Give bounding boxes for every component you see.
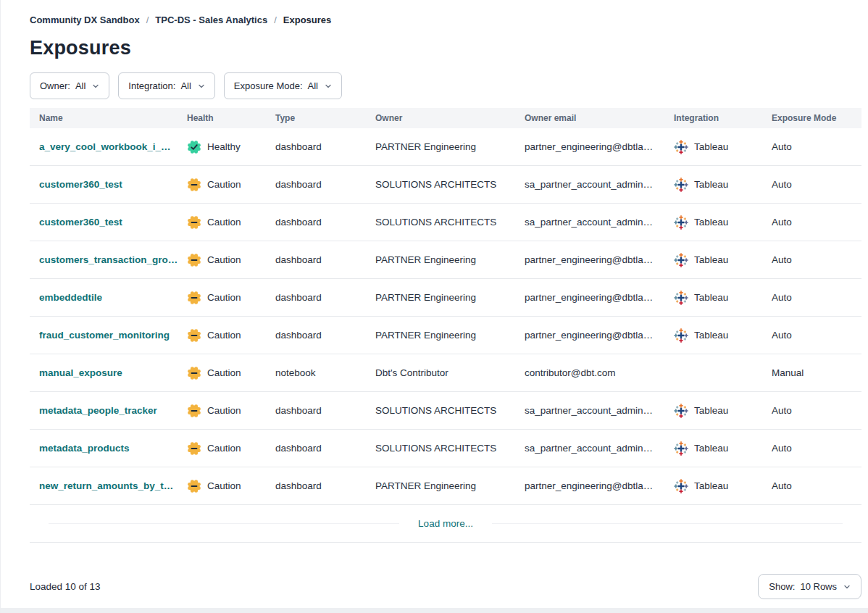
column-header-owner-email: Owner email [515,113,664,123]
tableau-logo-icon [674,479,688,493]
integration-cell: Tableau [664,404,762,418]
exposures-table: Name Health Type Owner Owner email Integ… [30,108,861,543]
exposure-name-cell: customer360_test [30,179,178,190]
integration-label: Tableau [694,405,728,416]
breadcrumb-item-exposures[interactable]: Exposures [283,14,331,25]
breadcrumb-item-project[interactable]: TPC-DS - Sales Analytics [155,14,267,25]
column-header-exposure-mode: Exposure Mode [762,113,861,123]
table-row: customer360_test Caution dashboard SOLUT… [30,166,861,204]
load-more-link[interactable]: Load more... [418,518,473,529]
exposure-name-cell: manual_exposure [30,367,178,378]
chevron-down-icon [92,83,99,90]
exposure-name-cell: fraud_customer_monitoring [30,330,178,341]
owner-email-cell: sa_partner_account_admin… [515,405,664,416]
owner-cell: SOLUTIONS ARCHITECTS [366,179,515,190]
type-cell: dashboard [266,405,366,416]
health-status-label: Caution [207,443,241,454]
integration-label: Tableau [694,443,728,454]
tableau-logo-icon [674,404,688,418]
table-row: metadata_products Caution dashboard SOLU… [30,430,861,467]
tableau-logo-icon [674,441,688,456]
integration-cell: Tableau [664,178,762,192]
breadcrumb-item-account[interactable]: Community DX Sandbox [30,14,140,25]
health-cell: Caution [178,291,266,305]
exposure-mode-cell: Auto [762,292,861,303]
table-row: new_return_amounts_by_t… Caution dashboa… [30,467,861,505]
tableau-logo-icon [674,253,688,267]
exposure-name-cell: metadata_products [30,443,178,454]
table-footer: Loaded 10 of 13 Show: 10 Rows [30,574,861,599]
owner-filter-dropdown[interactable]: Owner: All [30,72,109,99]
exposure-name-cell: embeddedtile [30,292,178,303]
health-cell: Caution [178,253,266,267]
health-status-label: Caution [207,480,241,491]
health-cell: Healthy [178,140,266,154]
exposure-name-link[interactable]: new_return_amounts_by_t… [39,480,173,491]
integration-label: Tableau [694,217,728,228]
table-row: embeddedtile Caution dashboard PARTNER E… [30,279,861,317]
integration-filter-label: Integration: [128,80,175,91]
type-cell: dashboard [266,480,366,491]
health-cell: Caution [178,479,266,493]
type-cell: dashboard [266,141,366,152]
tableau-logo-icon [674,140,688,154]
exposure-mode-filter-value: All [308,80,318,91]
health-status-icon [187,253,201,267]
show-rows-dropdown[interactable]: Show: 10 Rows [758,574,861,599]
table-row: a_very_cool_workbook_i_… Healthy dashboa… [30,128,861,166]
health-status-label: Caution [207,330,241,341]
integration-label: Tableau [694,292,728,303]
exposure-name-link[interactable]: customers_transaction_gro… [39,254,178,265]
table-row: fraud_customer_monitoring Caution dashbo… [30,317,861,354]
divider [49,523,399,524]
table-row: customers_transaction_gro… Caution dashb… [30,241,861,279]
owner-cell: SOLUTIONS ARCHITECTS [366,443,515,454]
health-status-icon [187,441,201,456]
owner-email-cell: partner_engineering@dbtla… [515,141,664,152]
column-header-integration: Integration [664,113,762,123]
chevron-down-icon [198,83,205,90]
exposure-name-link[interactable]: metadata_products [39,443,130,454]
show-rows-label: Show: [769,581,795,592]
exposure-name-link[interactable]: fraud_customer_monitoring [39,330,170,341]
tableau-logo-icon [674,215,688,230]
column-header-type: Type [266,113,366,123]
health-status-label: Caution [207,254,241,265]
exposure-mode-filter-dropdown[interactable]: Exposure Mode: All [224,72,342,99]
column-header-health: Health [178,113,266,123]
exposure-name-link[interactable]: manual_exposure [39,367,122,378]
column-header-owner: Owner [366,113,515,123]
owner-cell: SOLUTIONS ARCHITECTS [366,217,515,228]
exposure-mode-cell: Auto [762,254,861,265]
exposure-mode-cell: Auto [762,443,861,454]
health-cell: Caution [178,441,266,456]
integration-cell: Tableau [664,441,762,456]
integration-label: Tableau [694,480,728,491]
owner-cell: PARTNER Engineering [366,254,515,265]
exposure-name-link[interactable]: customer360_test [39,179,122,190]
chevron-down-icon [843,583,851,591]
integration-label: Tableau [694,179,728,190]
health-cell: Caution [178,366,266,380]
health-status-label: Caution [207,292,241,303]
type-cell: dashboard [266,443,366,454]
owner-email-cell: contributor@dbt.com [515,367,664,378]
tableau-logo-icon [674,178,688,192]
health-cell: Caution [178,178,266,192]
health-status-label: Caution [207,179,241,190]
exposure-name-cell: customer360_test [30,217,178,228]
integration-filter-dropdown[interactable]: Integration: All [118,72,215,99]
exposure-name-link[interactable]: embeddedtile [39,292,102,303]
exposure-name-link[interactable]: customer360_test [39,217,122,228]
integration-filter-value: All [180,80,191,91]
exposure-name-link[interactable]: a_very_cool_workbook_i_… [39,141,171,152]
type-cell: dashboard [266,217,366,228]
owner-cell: PARTNER Engineering [366,480,515,491]
integration-label: Tableau [694,141,728,152]
exposure-mode-cell: Auto [762,480,861,491]
integration-cell: Tableau [664,140,762,154]
show-rows-value: 10 Rows [800,581,837,592]
type-cell: notebook [266,367,366,378]
exposure-name-link[interactable]: metadata_people_tracker [39,405,157,416]
exposure-name-cell: metadata_people_tracker [30,405,178,416]
